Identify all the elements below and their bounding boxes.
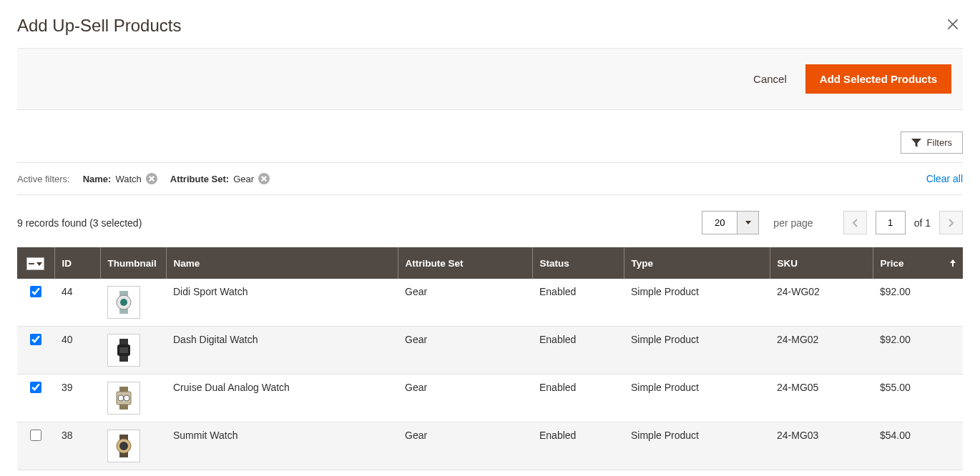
cell-attribute-set: Gear <box>398 422 532 470</box>
cell-id: 44 <box>54 279 100 327</box>
cell-name: Cruise Dual Analog Watch <box>166 375 398 422</box>
master-checkbox[interactable] <box>26 257 44 270</box>
active-filters-label: Active filters: <box>17 174 70 184</box>
sort-ascending-icon <box>950 259 956 267</box>
chevron-left-icon <box>852 219 858 227</box>
remove-filter-attrset-button[interactable] <box>258 173 270 184</box>
close-icon <box>946 17 960 31</box>
per-page-group <box>702 211 759 234</box>
cell-sku: 24-WG02 <box>770 279 873 327</box>
cell-sku: 24-MG03 <box>770 422 873 470</box>
cell-type: Simple Product <box>624 327 770 375</box>
filter-chip-attribute-set: Attribute Set: Gear <box>170 173 270 184</box>
per-page-dropdown-button[interactable] <box>738 211 759 234</box>
indeterminate-icon <box>29 263 34 264</box>
cell-type: Simple Product <box>624 375 770 422</box>
svg-point-9 <box>120 299 127 306</box>
remove-icon <box>149 176 155 182</box>
cell-thumbnail <box>100 327 166 375</box>
cell-type: Simple Product <box>624 279 770 327</box>
caret-down-icon <box>745 221 751 224</box>
table-row[interactable]: 40Dash Digital WatchGearEnabledSimple Pr… <box>17 327 963 375</box>
cell-attribute-set: Gear <box>398 327 532 375</box>
clear-all-filters-link[interactable]: Clear all <box>926 173 963 184</box>
col-header-price[interactable]: Price <box>873 247 963 279</box>
cell-type: Simple Product <box>624 422 770 470</box>
remove-filter-name-button[interactable] <box>146 173 157 184</box>
close-button[interactable] <box>943 14 963 36</box>
per-page-label: per page <box>773 217 813 229</box>
cell-thumbnail <box>100 279 166 327</box>
cell-status: Enabled <box>532 422 624 470</box>
cell-status: Enabled <box>532 327 624 375</box>
row-checkbox[interactable] <box>30 382 41 393</box>
svg-point-18 <box>124 395 129 401</box>
cell-name: Didi Sport Watch <box>166 279 398 327</box>
filters-toolbar: Filters <box>17 110 963 163</box>
filter-chip-name: Name: Watch <box>83 173 157 184</box>
cell-status: Enabled <box>532 375 624 422</box>
filter-icon <box>911 139 921 147</box>
cell-status: Enabled <box>532 279 624 327</box>
cell-price: $55.00 <box>873 375 963 422</box>
cell-price: $54.00 <box>873 422 963 470</box>
cell-id: 39 <box>54 375 100 422</box>
col-header-thumbnail[interactable]: Thumbnail <box>100 247 166 279</box>
product-thumbnail[interactable] <box>107 286 140 319</box>
col-header-name[interactable]: Name <box>166 247 398 279</box>
cell-thumbnail <box>100 375 166 422</box>
caret-down-icon <box>36 262 42 266</box>
modal-title: Add Up-Sell Products <box>17 16 181 36</box>
count-pager-bar: 9 records found (3 selected) per page of… <box>17 195 963 247</box>
chevron-right-icon <box>949 219 954 227</box>
filter-chip-key: Name: <box>83 174 112 184</box>
filters-button[interactable]: Filters <box>901 132 963 154</box>
svg-point-22 <box>119 442 128 450</box>
prev-page-button[interactable] <box>843 211 867 234</box>
cell-attribute-set: Gear <box>398 279 532 327</box>
col-header-type[interactable]: Type <box>624 247 770 279</box>
active-filters-bar: Active filters: Name: Watch Attribute Se… <box>17 163 963 195</box>
cell-name: Dash Digital Watch <box>166 327 398 375</box>
actions-bar: Cancel Add Selected Products <box>17 48 963 110</box>
product-thumbnail[interactable] <box>107 334 140 367</box>
pager: per page of 1 <box>702 211 963 234</box>
col-header-status[interactable]: Status <box>532 247 624 279</box>
cell-sku: 24-MG02 <box>770 327 873 375</box>
table-row[interactable]: 39Cruise Dual Analog WatchGearEnabledSim… <box>17 375 963 422</box>
cell-attribute-set: Gear <box>398 375 532 422</box>
col-header-id[interactable]: ID <box>54 247 100 279</box>
cell-sku: 24-MG05 <box>770 375 873 422</box>
svg-rect-13 <box>119 347 128 353</box>
svg-rect-11 <box>119 356 128 362</box>
svg-rect-10 <box>119 339 128 344</box>
filter-chip-key: Attribute Set: <box>170 174 229 184</box>
row-checkbox[interactable] <box>30 430 41 441</box>
modal: Add Up-Sell Products Cancel Add Selected… <box>0 0 980 470</box>
records-found-text: 9 records found (3 selected) <box>17 217 142 229</box>
cell-price: $92.00 <box>873 279 963 327</box>
product-thumbnail[interactable] <box>107 430 140 462</box>
svg-point-17 <box>118 395 124 401</box>
cell-price: $92.00 <box>873 327 963 375</box>
page-number-input[interactable] <box>876 211 906 234</box>
col-header-attribute-set[interactable]: Attribute Set <box>398 247 532 279</box>
page-of-text: of 1 <box>914 217 931 229</box>
cell-thumbnail <box>100 422 166 470</box>
add-selected-products-button[interactable]: Add Selected Products <box>805 64 951 94</box>
col-header-checkbox[interactable] <box>17 247 54 279</box>
table-row[interactable]: 38Summit WatchGearEnabledSimple Product2… <box>17 422 963 470</box>
filter-chip-value: Gear <box>233 174 254 184</box>
remove-icon <box>261 176 267 182</box>
next-page-button[interactable] <box>939 211 963 234</box>
cancel-button[interactable]: Cancel <box>749 73 791 85</box>
filter-chip-value: Watch <box>115 174 141 184</box>
products-table: ID Thumbnail Name Attribute Set Status T… <box>17 247 963 470</box>
per-page-input[interactable] <box>702 211 738 234</box>
table-row[interactable]: 44Didi Sport WatchGearEnabledSimple Prod… <box>17 279 963 327</box>
row-checkbox[interactable] <box>30 286 41 297</box>
filters-button-label: Filters <box>927 137 952 148</box>
product-thumbnail[interactable] <box>107 382 140 415</box>
row-checkbox[interactable] <box>30 334 41 345</box>
col-header-sku[interactable]: SKU <box>770 247 873 279</box>
